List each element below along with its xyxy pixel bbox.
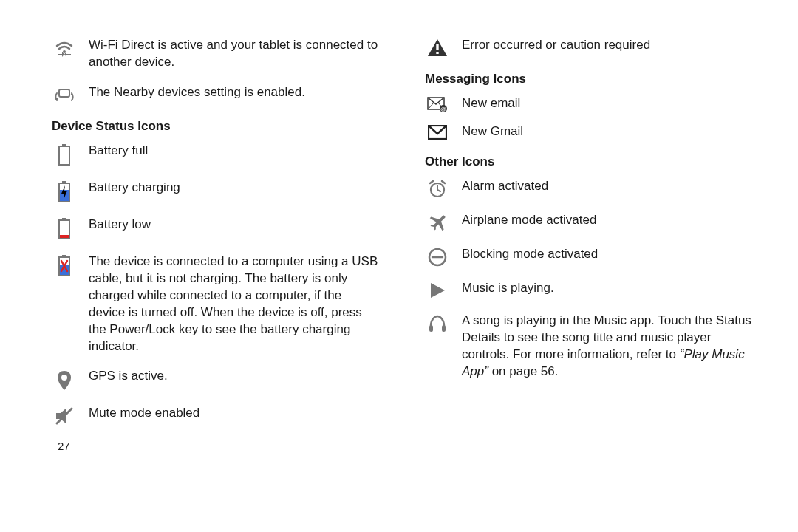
- gps-pin-icon: [52, 368, 77, 392]
- new-email-icon: @: [425, 95, 450, 113]
- icon-row: Battery full: [52, 143, 381, 166]
- svg-text:@: @: [440, 106, 446, 112]
- device-status-heading: Device Status Icons: [52, 118, 381, 135]
- icon-row-text: Wi-Fi Direct is active and your tablet i…: [89, 37, 381, 71]
- other-heading: Other Icons: [425, 154, 754, 171]
- svg-line-29: [430, 181, 433, 183]
- icon-row: GPS is active.: [52, 368, 381, 392]
- messaging-heading: Messaging Icons: [425, 71, 754, 88]
- mute-mode-icon: [52, 405, 77, 426]
- icon-row-text: Battery full: [89, 143, 381, 160]
- svg-rect-20: [436, 44, 438, 50]
- icon-row: New Gmail: [425, 123, 754, 140]
- nearby-devices-icon: [52, 84, 77, 105]
- battery-full-icon: [52, 143, 77, 166]
- battery-low-icon: [52, 216, 77, 240]
- icon-row: Mute mode enabled: [52, 405, 381, 426]
- blocking-mode-icon: [425, 246, 450, 267]
- icon-row-text: Battery low: [89, 216, 381, 233]
- icon-row: Battery low: [52, 216, 381, 240]
- airplane-icon: [425, 212, 450, 233]
- manual-page: Wi-Fi Direct is active and your tablet i…: [0, 0, 798, 469]
- icon-row: Battery charging: [52, 180, 381, 203]
- svg-point-0: [63, 50, 66, 53]
- alarm-clock-icon: [425, 178, 450, 199]
- icon-row-text: The Nearby devices setting is enabled.: [89, 84, 381, 101]
- music-app-text-tail: on page 56.: [488, 364, 559, 378]
- icon-row-text: The device is connected to a computer us…: [89, 253, 381, 355]
- page-number: 27: [58, 439, 381, 454]
- svg-rect-34: [429, 325, 433, 332]
- icon-row-text: Error occurred or caution required: [462, 37, 754, 54]
- svg-rect-5: [59, 146, 69, 165]
- icon-row-text: Battery charging: [89, 180, 381, 197]
- icon-row-text: Blocking mode activated: [462, 246, 754, 263]
- svg-rect-35: [442, 325, 446, 332]
- caution-triangle-icon: [425, 37, 450, 58]
- icon-row: The Nearby devices setting is enabled.: [52, 84, 381, 105]
- icon-row: The device is connected to a computer us…: [52, 253, 381, 355]
- icon-row-text: New email: [462, 95, 754, 112]
- play-triangle-icon: [425, 280, 450, 299]
- svg-line-30: [442, 181, 445, 183]
- battery-usb-not-charging-icon: [52, 253, 77, 277]
- svg-rect-21: [436, 52, 438, 54]
- icon-row: Music is playing.: [425, 280, 754, 299]
- icon-row: A song is playing in the Music app. Touc…: [425, 313, 754, 381]
- svg-line-28: [437, 190, 440, 191]
- headphones-icon: [425, 313, 450, 333]
- left-column: Wi-Fi Direct is active and your tablet i…: [52, 37, 381, 454]
- icon-row-text: New Gmail: [462, 123, 754, 140]
- wifi-direct-icon: [52, 37, 77, 59]
- svg-marker-33: [431, 283, 445, 298]
- icon-row: Alarm activated: [425, 178, 754, 199]
- battery-charging-icon: [52, 180, 77, 203]
- icon-row: Error occurred or caution required: [425, 37, 754, 58]
- svg-rect-12: [60, 235, 69, 238]
- icon-row: Wi-Fi Direct is active and your tablet i…: [52, 37, 381, 71]
- svg-point-16: [61, 375, 67, 381]
- icon-row-text: GPS is active.: [89, 368, 381, 385]
- icon-row-text: A song is playing in the Music app. Touc…: [462, 313, 754, 381]
- svg-rect-1: [59, 89, 69, 97]
- icon-row: Blocking mode activated: [425, 246, 754, 267]
- right-column: Error occurred or caution required Messa…: [425, 37, 754, 454]
- icon-row-text: Mute mode enabled: [89, 405, 381, 422]
- icon-row-text: Airplane mode activated: [462, 212, 754, 229]
- icon-row: Airplane mode activated: [425, 212, 754, 233]
- icon-row: @ New email: [425, 95, 754, 113]
- icon-row-text: Alarm activated: [462, 178, 754, 195]
- icon-row-text: Music is playing.: [462, 280, 754, 297]
- new-gmail-icon: [425, 123, 450, 140]
